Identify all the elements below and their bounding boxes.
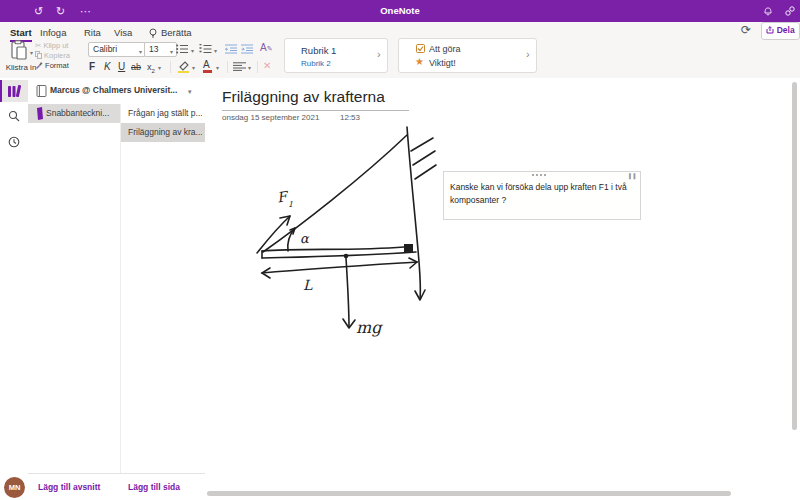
section-icon xyxy=(36,107,44,120)
add-page-button[interactable]: Lägg till sida xyxy=(128,482,180,492)
page-label: Frågan jag ställt p... xyxy=(128,108,202,118)
page-item-frilaggning[interactable]: Friläggning av kra... xyxy=(120,123,205,142)
avatar[interactable]: MN xyxy=(4,477,25,498)
sync-icon[interactable]: ⟳ xyxy=(741,23,751,37)
chevron-right-icon[interactable]: › xyxy=(526,48,530,60)
titlebar: ↺ ↻ ⋯ OneNote xyxy=(0,0,800,22)
style-rubrik1[interactable]: Rubrik 1 xyxy=(301,45,336,56)
chevron-down-icon: ▾ xyxy=(170,46,173,59)
chevron-down-icon[interactable]: ▾ xyxy=(216,64,219,71)
chevron-down-icon[interactable]: ▾ xyxy=(191,47,194,54)
divider xyxy=(120,104,121,473)
italic-button[interactable]: K xyxy=(104,60,111,74)
font-size-select[interactable]: 13▾ xyxy=(144,42,177,57)
todo-checkbox-icon xyxy=(416,44,425,53)
app-title: OneNote xyxy=(0,0,800,22)
lightbulb-icon xyxy=(148,28,158,39)
styles-gallery: Rubrik 1 Rubrik 2 › xyxy=(284,38,388,73)
page-label: Friläggning av kra... xyxy=(128,127,202,137)
vertical-scrollbar[interactable] xyxy=(792,82,797,430)
note-text[interactable]: Kanske kan vi försöka dela upp kraften F… xyxy=(450,181,636,207)
paste-clipboard-icon[interactable] xyxy=(10,40,28,62)
left-rail: MN xyxy=(0,78,29,500)
rail-item-notebooks[interactable] xyxy=(0,80,28,102)
numbered-list-icon[interactable] xyxy=(199,44,212,54)
font-name-select[interactable]: Calibri▾ xyxy=(88,42,146,57)
onenote-app: ↺ ↻ ⋯ OneNote Start Infoga Rita Visa Ber… xyxy=(0,0,800,500)
font-color-icon[interactable]: A xyxy=(203,59,210,70)
delete-x-icon[interactable]: ✕ xyxy=(263,60,271,71)
note-container[interactable]: ▌▌ Kanske kan vi försöka dela upp krafte… xyxy=(443,171,641,220)
share-button[interactable]: Dela xyxy=(761,22,800,40)
sidebar-panel: Marcus @ Chalmers Universit... ▾ Snabban… xyxy=(28,78,206,500)
panel-footer: Lägg till avsnitt Lägg till sida xyxy=(28,473,205,500)
star-icon: ★ xyxy=(415,56,424,67)
paste-dropdown-chevron-icon[interactable]: ▾ xyxy=(30,49,33,56)
page-title[interactable]: Friläggning av krafterna xyxy=(222,88,385,106)
bullet-list-icon[interactable] xyxy=(176,44,189,54)
chevron-right-icon[interactable]: › xyxy=(377,48,381,60)
notebooks-icon xyxy=(8,85,21,97)
tags-gallery: Att göra ★ Viktigt! › xyxy=(398,38,537,73)
chevron-down-icon: ▾ xyxy=(139,46,142,59)
scissors-icon: ✂ xyxy=(35,41,41,50)
chevron-down-icon[interactable]: ▾ xyxy=(158,64,161,71)
cut-button[interactable]: ✂ Klipp ut xyxy=(35,41,68,50)
notebook-header[interactable]: Marcus @ Chalmers Universit... ▾ xyxy=(28,80,205,102)
chevron-down-icon[interactable]: ▾ xyxy=(214,47,217,54)
notifications-bell-icon[interactable] xyxy=(762,5,774,17)
horizontal-scrollbar[interactable] xyxy=(207,491,731,496)
page-item-fragan[interactable]: Frågan jag ställt p... xyxy=(120,104,205,124)
chevron-down-icon[interactable]: ▾ xyxy=(192,64,195,71)
outdent-icon[interactable] xyxy=(225,44,237,54)
copy-icon xyxy=(35,51,42,59)
tab-infoga[interactable]: Infoga xyxy=(40,26,66,40)
page-date: onsdag 15 september 2021 xyxy=(222,113,319,122)
link-icon[interactable] xyxy=(784,5,796,17)
section-label: Snabbanteckni... xyxy=(46,108,116,118)
tag-important[interactable]: Viktigt! xyxy=(429,58,456,68)
share-icon xyxy=(766,26,774,34)
underline-button[interactable]: U xyxy=(118,60,125,74)
align-icon[interactable] xyxy=(233,62,246,71)
styles-pen-icon[interactable]: A✎ xyxy=(260,42,273,53)
recent-clock-icon[interactable] xyxy=(8,136,20,148)
format-painter-icon xyxy=(35,61,43,69)
chevron-down-icon[interactable]: ▾ xyxy=(188,88,192,96)
title-underline xyxy=(222,110,409,111)
strikethrough-button[interactable]: ab xyxy=(131,60,141,74)
page-time: 12:53 xyxy=(340,113,360,122)
tab-rita[interactable]: Rita xyxy=(84,26,101,40)
divider xyxy=(257,61,258,73)
copy-button[interactable]: Kopiera xyxy=(35,51,70,60)
tab-beratta[interactable]: Berätta xyxy=(161,26,192,40)
add-section-button[interactable]: Lägg till avsnitt xyxy=(38,482,100,492)
tag-todo[interactable]: Att göra xyxy=(429,44,461,54)
active-indicator xyxy=(0,80,2,102)
indent-icon[interactable] xyxy=(241,44,253,54)
page-canvas[interactable]: Friläggning av krafterna onsdag 15 septe… xyxy=(205,78,800,500)
chevron-down-icon[interactable]: ▾ xyxy=(248,64,251,71)
notebook-title: Marcus @ Chalmers Universit... xyxy=(50,85,186,95)
notebook-icon xyxy=(36,85,47,97)
divider xyxy=(227,61,228,73)
highlighter-icon[interactable] xyxy=(177,60,190,73)
divider xyxy=(170,61,171,73)
search-icon[interactable] xyxy=(8,110,20,122)
style-rubrik2[interactable]: Rubrik 2 xyxy=(301,59,331,68)
subscript-button[interactable]: x2 xyxy=(147,60,155,78)
ribbon: Start Infoga Rita Visa Berätta ▾ Klistra… xyxy=(0,22,800,79)
format-painter-button[interactable]: Format xyxy=(35,61,69,70)
drag-handle-icon[interactable] xyxy=(532,174,533,175)
section-item-snabbanteckningar[interactable]: Snabbanteckni... xyxy=(28,104,120,123)
tab-visa[interactable]: Visa xyxy=(114,26,132,40)
resize-grip-icon[interactable]: ▌▌ xyxy=(629,173,638,179)
bold-button[interactable]: F xyxy=(89,60,95,74)
